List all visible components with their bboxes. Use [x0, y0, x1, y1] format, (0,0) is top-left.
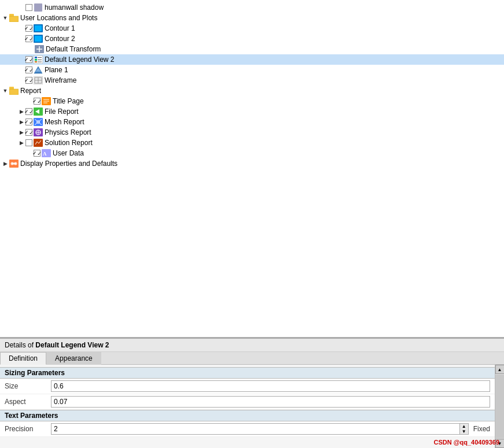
checkbox-humanwall[interactable]	[25, 4, 32, 11]
precision-spin-down[interactable]: ▼	[460, 429, 468, 434]
item-label: Wireframe	[45, 76, 76, 84]
scrollbar-up-button[interactable]: ▲	[495, 365, 505, 374]
tree-item-report[interactable]: ▼ Report	[0, 86, 504, 96]
details-panel: Details of Default Legend View 2 Definit…	[0, 338, 504, 448]
item-label: Plane 1	[45, 66, 68, 74]
details-header: Details of Default Legend View 2	[0, 339, 504, 352]
field-row-precision: Precision ▲ ▼ Fixed	[0, 421, 495, 437]
tree-item-user-locations[interactable]: ▼ User Locations and Plots	[0, 13, 504, 23]
tree-item-contour1[interactable]: ✓ Contour 1	[0, 23, 504, 34]
tree-item-contour2[interactable]: ✓ Contour 2	[0, 34, 504, 44]
titlepage-icon	[42, 97, 51, 106]
aspect-label: Aspect	[5, 398, 51, 406]
plane1-icon	[34, 65, 43, 75]
svg-rect-12	[35, 57, 37, 58]
expand-arrow-user-locations[interactable]: ▼	[1, 15, 9, 21]
checkbox-plane1[interactable]: ✓	[25, 66, 32, 73]
svg-rect-0	[34, 3, 42, 12]
tree-item-wireframe[interactable]: ✓ Wireframe	[0, 75, 504, 86]
display-properties-icon	[9, 159, 19, 168]
tree-item-user-data[interactable]: ✓ A User Data	[0, 148, 504, 158]
svg-rect-1	[9, 16, 19, 22]
tree-panel: humanwall shadow ▼ User Locations and Pl…	[0, 0, 504, 338]
field-row-aspect: Aspect	[0, 394, 495, 410]
wireframe-icon	[34, 76, 43, 85]
tree-item-solution-report[interactable]: ▶ Solution Report	[0, 138, 504, 148]
aspect-input[interactable]	[51, 396, 490, 408]
checkbox-mesh-report[interactable]: ✓	[25, 119, 32, 125]
tabs-bar: Definition Appearance	[0, 352, 504, 365]
item-label: Report	[20, 87, 41, 95]
checkbox-wireframe[interactable]: ✓	[25, 77, 32, 84]
item-label: Physics Report	[45, 128, 91, 136]
details-content: Sizing Parameters Size Aspect Text Param…	[0, 365, 495, 448]
details-with-scroll: Sizing Parameters Size Aspect Text Param…	[0, 365, 504, 448]
mesh-report-icon	[34, 117, 43, 127]
item-label: Default Legend View 2	[45, 55, 115, 64]
tree-item-default-legend-view-2[interactable]: ✓ Default Legend View 2	[0, 54, 504, 65]
item-label: Mesh Report	[45, 118, 84, 126]
tab-definition[interactable]: Definition	[0, 352, 46, 365]
svg-rect-14	[35, 61, 37, 62]
details-scrollbar[interactable]: ▲ ▼	[495, 365, 504, 448]
precision-label: Precision	[5, 425, 51, 433]
precision-spin-group: ▲ ▼	[51, 423, 469, 435]
item-label: Solution Report	[45, 139, 93, 147]
main-container: humanwall shadow ▼ User Locations and Pl…	[0, 0, 504, 448]
svg-rect-5	[35, 25, 42, 31]
scrollbar-thumb	[495, 375, 504, 438]
default-transform-icon	[35, 45, 44, 54]
expand-arrow-solution-report[interactable]: ▶	[17, 140, 25, 146]
physics-report-icon	[34, 128, 43, 137]
precision-spinbuttons: ▲ ▼	[459, 423, 469, 435]
scrollbar-down-button[interactable]: ▼	[495, 439, 505, 448]
precision-input[interactable]	[51, 423, 459, 435]
tree-item-default-transform[interactable]: Default Transform	[0, 44, 504, 54]
tab-appearance[interactable]: Appearance	[46, 352, 101, 365]
contour2-icon	[34, 34, 43, 43]
svg-rect-53	[12, 163, 16, 165]
item-label: Contour 1	[45, 24, 75, 32]
tree-item-plane1[interactable]: ✓ Plane 1	[0, 65, 504, 75]
svg-rect-27	[9, 89, 19, 95]
tree-item-humanwall-shadow[interactable]: humanwall shadow	[0, 2, 504, 13]
solution-report-icon	[34, 138, 43, 147]
item-label: Contour 2	[45, 35, 75, 43]
contour1-icon	[34, 24, 43, 33]
user-data-icon: A	[42, 149, 51, 158]
precision-spin-up[interactable]: ▲	[460, 424, 468, 429]
svg-text:A: A	[43, 151, 47, 157]
checkbox-file-report[interactable]: ✓	[25, 108, 32, 115]
section-text-parameters: Text Parameters	[0, 410, 495, 421]
checkbox-solution-report[interactable]	[25, 139, 32, 146]
section-sizing-parameters: Sizing Parameters	[0, 367, 495, 379]
checkbox-title-page[interactable]: ✓	[34, 98, 41, 105]
checkbox-legend[interactable]: ✓	[25, 56, 32, 63]
tree-item-physics-report[interactable]: ▶ ✓ Physics Report	[0, 127, 504, 138]
item-label: File Report	[45, 108, 79, 116]
svg-rect-13	[35, 59, 37, 61]
field-row-size: Size	[0, 379, 495, 394]
item-label: Default Transform	[46, 45, 101, 53]
tree-item-display-properties[interactable]: ▶ Display Properties and Defaults	[0, 158, 504, 169]
expand-arrow-display[interactable]: ▶	[1, 161, 9, 166]
humanwall-icon	[34, 3, 43, 12]
item-label: Title Page	[53, 97, 84, 105]
checkbox-physics-report[interactable]: ✓	[25, 129, 32, 136]
expand-arrow-report[interactable]: ▼	[1, 88, 9, 94]
tree-item-mesh-report[interactable]: ▶ ✓ Mesh Report	[0, 117, 504, 127]
report-icon	[9, 86, 19, 95]
item-label: Display Properties and Defaults	[20, 160, 117, 168]
legend-icon	[34, 55, 43, 64]
checkbox-contour2[interactable]: ✓	[25, 35, 32, 42]
tree-item-file-report[interactable]: ▶ ✓ File Report	[0, 106, 504, 117]
item-label: humanwall shadow	[45, 3, 104, 12]
item-label: User Locations and Plots	[20, 14, 97, 22]
size-label: Size	[5, 382, 51, 390]
tree-item-title-page[interactable]: ✓ Title Page	[0, 96, 504, 106]
checkbox-user-data[interactable]: ✓	[34, 150, 41, 157]
item-label: User Data	[53, 149, 84, 157]
file-report-icon	[34, 107, 43, 116]
checkbox-contour1[interactable]: ✓	[25, 25, 32, 32]
size-input[interactable]	[51, 380, 490, 392]
